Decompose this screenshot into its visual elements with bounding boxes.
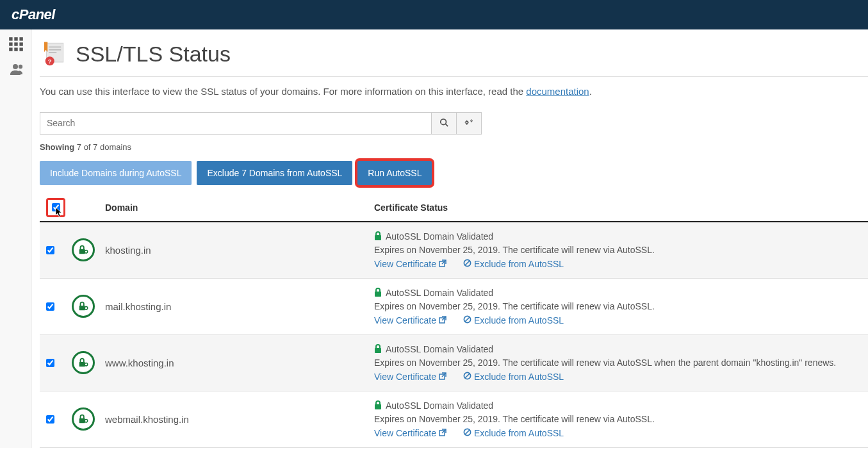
status-text: AutoSSL Domain Validated [386,231,493,242]
status-text: AutoSSL Domain Validated [386,344,493,354]
svg-rect-2 [19,37,22,40]
external-link-icon [439,259,446,269]
prohibit-icon [463,259,471,269]
lock-icon [374,400,382,411]
domain-name: webmail.khosting.in [105,414,374,425]
view-certificate-link[interactable]: View Certificate [374,259,446,269]
run-autossl-button[interactable]: Run AutoSSL [357,161,432,185]
svg-rect-1 [14,37,17,40]
ssl-status-icon [72,351,95,374]
domain-name: khosting.in [105,245,374,256]
expiry-text: Expires on November 25, 2019. The certif… [374,358,862,368]
view-certificate-link[interactable]: View Certificate [374,372,446,382]
table-header: Domain Certificate Status [40,194,868,222]
lock-icon [374,344,382,355]
svg-line-48 [465,429,470,434]
ssl-status-icon [72,295,95,318]
svg-rect-38 [375,348,381,353]
exclude-from-autossl-link[interactable]: Exclude from AutoSSL [463,428,564,438]
svg-rect-5 [19,42,22,45]
lock-icon [374,231,382,242]
apps-grid-icon[interactable] [8,36,24,53]
cursor-arrow-icon [54,207,63,219]
prohibit-icon [463,428,471,438]
svg-point-17 [441,119,446,124]
table-row: www.khosting.in AutoSSL Domain Validated… [40,335,868,391]
table-row: mail.khosting.in AutoSSL Domain Validate… [40,279,868,335]
svg-rect-21 [79,249,85,254]
table-row: webmail.khosting.in AutoSSL Domain Valid… [40,391,868,448]
exclude-from-autossl-link[interactable]: Exclude from AutoSSL [463,315,564,325]
status-text: AutoSSL Domain Validated [386,288,493,298]
table-row: khosting.in AutoSSL Domain Validated Exp… [40,222,868,279]
svg-rect-31 [375,292,381,297]
intro-text: You can use this interface to view the S… [40,85,868,99]
settings-button[interactable] [456,112,482,135]
svg-rect-8 [19,47,22,51]
svg-point-20 [471,120,472,121]
status-text: AutoSSL Domain Validated [386,400,493,411]
row-checkbox[interactable] [46,359,54,367]
svg-point-10 [18,65,22,69]
top-bar: cPanel [0,0,868,29]
ssl-status-icon [72,407,95,431]
svg-rect-3 [9,42,12,45]
row-checkbox[interactable] [46,302,54,311]
exclude-domains-button[interactable]: Exclude 7 Domains from AutoSSL [197,161,352,185]
exclude-from-autossl-link[interactable]: Exclude from AutoSSL [463,259,564,269]
exclude-from-autossl-link[interactable]: Exclude from AutoSSL [463,372,564,382]
sidebar [0,29,32,448]
svg-text:?: ? [48,58,52,65]
select-all-highlight [46,198,65,217]
svg-line-18 [446,124,448,126]
certificate-ribbon-icon: ? [40,40,67,69]
ssl-status-icon [72,238,95,261]
svg-rect-35 [79,362,85,366]
svg-rect-12 [49,47,61,48]
svg-rect-4 [14,42,17,45]
svg-rect-24 [375,235,381,240]
svg-rect-42 [79,418,85,423]
svg-line-41 [465,373,470,377]
expiry-text: Expires on November 25, 2019. The certif… [374,414,862,424]
showing-count: Showing 7 of 7 domains [40,142,868,152]
expiry-text: Expires on November 25, 2019. The certif… [374,245,862,255]
page-header: ? SSL/TLS Status [40,37,868,76]
gears-icon [464,118,474,129]
brand-logo: cPanel [12,6,55,23]
lock-icon [374,288,382,299]
svg-line-34 [465,317,470,321]
svg-rect-45 [375,404,381,409]
row-checkbox[interactable] [46,246,54,254]
svg-rect-0 [9,37,12,40]
expiry-text: Expires on November 25, 2019. The certif… [374,301,862,311]
svg-rect-7 [14,47,17,51]
svg-line-27 [465,260,470,265]
svg-rect-28 [79,306,85,310]
column-status: Certificate Status [374,202,862,213]
svg-rect-6 [9,47,12,51]
users-icon[interactable] [8,62,24,78]
include-domains-button[interactable]: Include Domains during AutoSSL [40,161,192,185]
documentation-link[interactable]: documentation [526,86,589,97]
search-input[interactable] [40,112,432,135]
prohibit-icon [463,372,471,382]
row-checkbox[interactable] [46,415,54,424]
svg-rect-13 [49,49,61,51]
domain-name: mail.khosting.in [105,301,374,312]
external-link-icon [439,428,446,438]
column-domain: Domain [105,202,374,213]
page-title: SSL/TLS Status [76,42,231,67]
svg-point-9 [13,64,18,69]
svg-rect-14 [49,52,56,53]
search-icon [439,118,448,129]
search-button[interactable] [431,112,457,135]
prohibit-icon [463,315,471,325]
view-certificate-link[interactable]: View Certificate [374,315,446,325]
domain-name: www.khosting.in [105,358,374,368]
view-certificate-link[interactable]: View Certificate [374,428,446,438]
external-link-icon [439,372,446,382]
external-link-icon [439,315,446,325]
